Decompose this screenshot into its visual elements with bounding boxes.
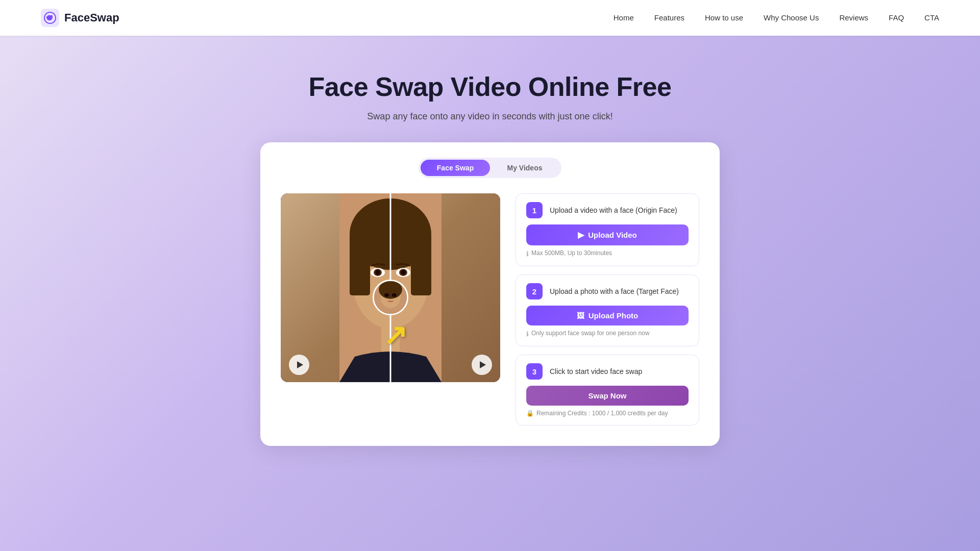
svg-point-33	[379, 280, 402, 299]
content-row: ↗ 1 Upload a video with a face (Origin F…	[281, 193, 699, 425]
upload-photo-icon: 🖼	[577, 311, 584, 320]
nav-why-choose-us[interactable]: Why Choose Us	[764, 13, 819, 22]
nav-reviews[interactable]: Reviews	[839, 13, 868, 22]
brand-name: FaceSwap	[64, 11, 119, 24]
logo-link[interactable]: FaceSwap	[41, 9, 119, 27]
svg-rect-7	[411, 234, 431, 295]
swap-now-btn[interactable]: Swap Now	[526, 386, 689, 406]
nav-home[interactable]: Home	[614, 13, 634, 22]
hero-section: Face Swap Video Online Free Swap any fac…	[0, 36, 980, 466]
svg-point-35	[392, 293, 397, 296]
step-2-title: Upload a photo with a face (Target Face)	[550, 287, 679, 295]
step-2-header: 2 Upload a photo with a face (Target Fac…	[526, 283, 689, 299]
face-circle-overlay	[373, 280, 408, 315]
play-triangle-right	[480, 361, 486, 368]
step-1-title: Upload a video with a face (Origin Face)	[550, 206, 677, 214]
play-triangle-left	[297, 361, 303, 368]
nav-links: Home Features How to use Why Choose Us R…	[614, 13, 939, 22]
credits-text: Remaining Credits : 1000 / 1,000 credits…	[536, 410, 668, 417]
upload-photo-label: Upload Photo	[589, 311, 639, 320]
play-btn-right[interactable]	[472, 355, 492, 375]
step-1-hint-text: Max 500MB, Up to 30minutes	[531, 249, 612, 257]
step-1-num: 1	[526, 202, 543, 218]
upload-photo-btn[interactable]: 🖼 Upload Photo	[526, 306, 689, 325]
nav-cta[interactable]: CTA	[924, 13, 939, 22]
svg-point-1	[48, 15, 49, 17]
tab-switcher: Face Swap My Videos	[419, 158, 561, 178]
info-icon-1: ℹ	[526, 250, 529, 258]
shield-icon: 🔒	[526, 410, 534, 417]
nav-how-to-use[interactable]: How to use	[705, 13, 743, 22]
steps-column: 1 Upload a video with a face (Origin Fac…	[516, 193, 699, 425]
svg-rect-6	[350, 234, 370, 295]
main-card: Face Swap My Videos	[260, 142, 720, 446]
step-3-num: 3	[526, 363, 543, 380]
upload-video-icon: ▶	[578, 230, 584, 240]
upload-video-label: Upload Video	[588, 231, 637, 239]
step-2-hint-text: Only support face swap for one person no…	[531, 330, 649, 337]
nav-faq[interactable]: FAQ	[889, 13, 904, 22]
svg-point-13	[401, 270, 406, 275]
circle-face-svg	[374, 280, 407, 315]
play-btn-left[interactable]	[289, 355, 309, 375]
tab-my-videos[interactable]: My Videos	[490, 160, 559, 176]
step-2-num: 2	[526, 283, 543, 299]
hero-title: Face Swap Video Online Free	[10, 71, 970, 102]
step-1-header: 1 Upload a video with a face (Origin Fac…	[526, 202, 689, 218]
step-3-title: Click to start video face swap	[550, 367, 642, 375]
nav-features[interactable]: Features	[654, 13, 684, 22]
hero-subtitle: Swap any face onto any video in seconds …	[10, 111, 970, 122]
yellow-arrow: ↗	[383, 318, 407, 352]
tab-face-swap[interactable]: Face Swap	[421, 160, 490, 176]
svg-point-10	[375, 270, 380, 275]
step-2-hint: ℹ Only support face swap for one person …	[526, 330, 689, 338]
upload-video-btn[interactable]: ▶ Upload Video	[526, 224, 689, 245]
logo-icon	[41, 9, 59, 27]
video-preview: ↗	[281, 193, 500, 382]
svg-point-2	[51, 15, 52, 17]
credits-hint: 🔒 Remaining Credits : 1000 / 1,000 credi…	[526, 410, 689, 417]
step-1-card: 1 Upload a video with a face (Origin Fac…	[516, 193, 699, 266]
info-icon-2: ℹ	[526, 330, 529, 338]
navbar: FaceSwap Home Features How to use Why Ch…	[0, 0, 980, 36]
step-1-hint: ℹ Max 500MB, Up to 30minutes	[526, 249, 689, 258]
step-3-header: 3 Click to start video face swap	[526, 363, 689, 380]
step-2-card: 2 Upload a photo with a face (Target Fac…	[516, 274, 699, 346]
svg-point-34	[384, 293, 389, 296]
step-3-card: 3 Click to start video face swap Swap No…	[516, 355, 699, 425]
